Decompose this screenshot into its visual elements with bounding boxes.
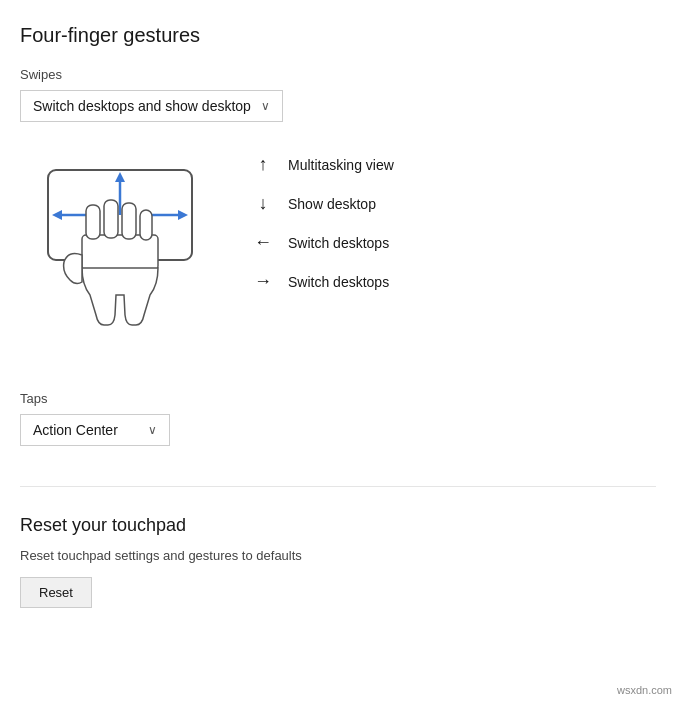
gesture-label-up: Multitasking view	[288, 157, 394, 173]
svg-rect-8	[86, 205, 100, 239]
taps-section: Taps Action Center ∨	[20, 391, 656, 446]
swipes-section: Swipes Switch desktops and show desktop …	[20, 67, 656, 122]
gesture-item-right: → Switch desktops	[252, 271, 394, 292]
gesture-item-down: ↓ Show desktop	[252, 193, 394, 214]
svg-rect-9	[104, 200, 118, 238]
right-arrow-icon: →	[252, 271, 274, 292]
gesture-label-left: Switch desktops	[288, 235, 389, 251]
reset-section: Reset your touchpad Reset touchpad setti…	[20, 486, 656, 608]
taps-label: Taps	[20, 391, 656, 406]
gesture-label-right: Switch desktops	[288, 274, 389, 290]
taps-dropdown-chevron-icon: ∨	[148, 423, 157, 437]
swipes-dropdown-value: Switch desktops and show desktop	[33, 98, 251, 114]
hand-diagram	[20, 150, 220, 373]
gesture-list: ↑ Multitasking view ↓ Show desktop ← Swi…	[252, 150, 394, 292]
gesture-item-left: ← Switch desktops	[252, 232, 394, 253]
swipes-label: Swipes	[20, 67, 656, 82]
svg-rect-10	[122, 203, 136, 239]
svg-rect-11	[140, 210, 152, 240]
swipes-dropdown-chevron-icon: ∨	[261, 99, 270, 113]
reset-button[interactable]: Reset	[20, 577, 92, 608]
gesture-label-down: Show desktop	[288, 196, 376, 212]
svg-marker-6	[178, 210, 188, 220]
svg-marker-2	[115, 172, 125, 182]
down-arrow-icon: ↓	[252, 193, 274, 214]
up-arrow-icon: ↑	[252, 154, 274, 175]
watermark: wsxdn.com	[617, 684, 672, 696]
gesture-item-up: ↑ Multitasking view	[252, 154, 394, 175]
left-arrow-icon: ←	[252, 232, 274, 253]
gesture-area: ↑ Multitasking view ↓ Show desktop ← Swi…	[20, 150, 656, 373]
reset-title: Reset your touchpad	[20, 515, 656, 536]
reset-description: Reset touchpad settings and gestures to …	[20, 548, 656, 563]
taps-dropdown[interactable]: Action Center ∨	[20, 414, 170, 446]
svg-marker-4	[52, 210, 62, 220]
page-title: Four-finger gestures	[20, 24, 656, 47]
taps-dropdown-value: Action Center	[33, 422, 118, 438]
swipes-dropdown[interactable]: Switch desktops and show desktop ∨	[20, 90, 283, 122]
